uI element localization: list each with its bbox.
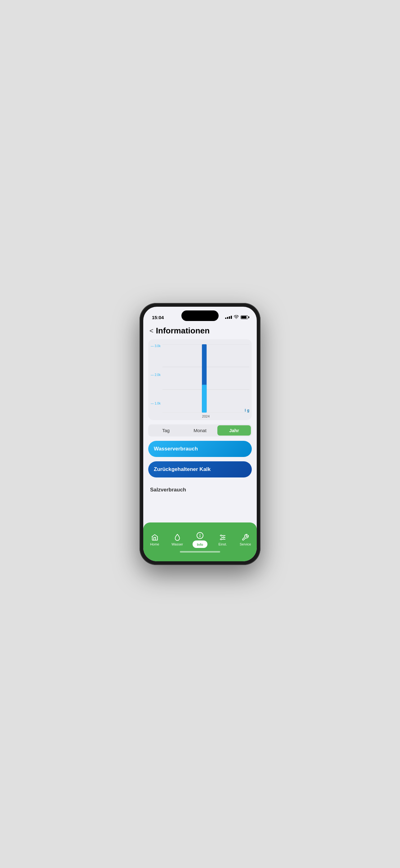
x-label: 2024 [163,414,249,418]
nav-item-wasser[interactable]: Wasser [168,534,187,546]
content-area: — 3.0k — 2.0k — 1.0k [143,339,257,529]
info-icon [196,532,204,539]
nav-item-service[interactable]: Service [236,534,255,546]
water-icon [174,534,181,541]
phone-frame: 15:04 [139,303,261,565]
time-selector: Tag Monat Jahr [148,424,252,436]
y-label-1k: — 1.0k [151,402,161,405]
chart-svg [163,344,249,412]
nav-item-info[interactable]: Info [191,532,209,548]
wrench-icon [241,534,249,541]
nav-label-info: Info [197,542,203,547]
chart-container: — 3.0k — 2.0k — 1.0k [148,339,252,420]
nav-label-home: Home [150,542,159,546]
status-icons [225,315,248,320]
home-icon [151,534,159,541]
svg-point-0 [236,318,237,318]
svg-rect-6 [202,385,206,412]
nav-item-home[interactable]: Home [145,534,164,546]
nav-label-info-wrapper: Info [193,540,207,548]
bottom-nav: Home Wasser Inf [143,529,257,561]
unit-l: l [245,408,245,412]
y-label-3k: — 3.0k [151,344,161,348]
header: < Informationen [143,323,257,339]
svg-point-14 [223,537,224,538]
signal-icon [225,316,232,319]
dynamic-island [181,310,219,321]
nav-item-einst[interactable]: Einst. [213,534,232,546]
svg-point-15 [221,538,222,540]
wasserverbrauch-button[interactable]: Wasserverbrauch [148,441,252,457]
nav-label-service: Service [240,542,251,546]
nav-label-wasser: Wasser [171,542,183,546]
unit-g: g [247,408,249,412]
battery-icon [241,315,248,319]
nav-label-einst: Einst. [218,542,227,546]
salzverbrauch-button[interactable]: Salzverbrauch [148,482,252,498]
page-title: Informationen [156,326,210,336]
nav-items: Home Wasser Inf [143,532,257,548]
settings-icon [219,534,226,541]
time-btn-monat[interactable]: Monat [183,425,217,436]
zurueckgehaltener-kalk-button[interactable]: Zurückgehaltener Kalk [148,461,252,477]
time-btn-jahr[interactable]: Jahr [218,425,251,436]
y-label-2k: — 2.0k [151,373,161,377]
status-time: 15:04 [152,315,164,320]
phone-screen: 15:04 [143,307,257,561]
back-button[interactable]: < [149,327,154,335]
svg-point-13 [221,535,222,536]
time-btn-tag[interactable]: Tag [149,425,182,436]
home-indicator [180,551,220,553]
wifi-icon [234,315,239,320]
